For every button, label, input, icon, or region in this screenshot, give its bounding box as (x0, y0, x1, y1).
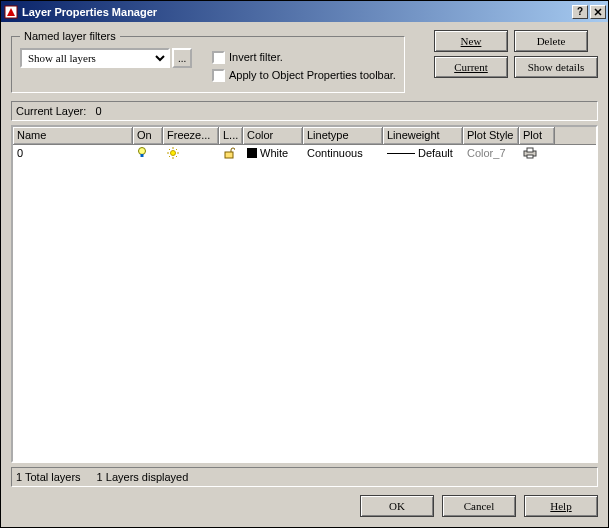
cell-lock[interactable] (219, 147, 243, 159)
cancel-button[interactable]: Cancel (442, 495, 516, 517)
cell-name: 0 (13, 147, 133, 159)
table-row[interactable]: 0 (13, 145, 596, 161)
col-color[interactable]: Color (243, 127, 303, 144)
browse-filters-button[interactable]: ... (172, 48, 192, 68)
apply-toolbar-checkbox[interactable]: Apply to Object Properties toolbar. (212, 66, 396, 84)
col-lineweight[interactable]: Lineweight (383, 127, 463, 144)
checkbox-icon (212, 51, 225, 64)
svg-rect-2 (141, 154, 144, 157)
status-displayed: 1 Layers displayed (97, 471, 189, 483)
cell-freeze[interactable] (163, 147, 219, 159)
cell-lineweight[interactable]: Default (383, 147, 463, 159)
lineweight-sample-icon (387, 153, 415, 154)
grid-header: Name On Freeze... L... Color Linetype Li… (13, 127, 596, 145)
cell-color[interactable]: White (243, 147, 303, 159)
show-details-button[interactable]: Show details (514, 56, 598, 78)
current-layer-status: Current Layer: 0 (11, 101, 598, 121)
invert-filter-checkbox[interactable]: Invert filter. (212, 48, 396, 66)
help-dialog-button[interactable]: Help (524, 495, 598, 517)
col-plotstyle[interactable]: Plot Style (463, 127, 519, 144)
cell-plotstyle: Color_7 (463, 147, 519, 159)
svg-line-11 (169, 156, 170, 157)
layer-properties-window: Layer Properties Manager ? Named layer f… (0, 0, 609, 528)
sun-icon (167, 147, 179, 159)
col-on[interactable]: On (133, 127, 163, 144)
titlebar: Layer Properties Manager ? (1, 1, 608, 22)
window-title: Layer Properties Manager (22, 6, 570, 18)
named-layer-filters-group: Named layer filters Show all layers ... … (11, 30, 405, 93)
bottom-buttons: OK Cancel Help (11, 495, 598, 517)
svg-rect-15 (527, 155, 533, 158)
status-bar: 1 Total layers 1 Layers displayed (11, 467, 598, 487)
col-lock[interactable]: L... (219, 127, 243, 144)
current-layer-value: 0 (95, 105, 101, 117)
svg-rect-14 (527, 148, 533, 152)
color-swatch-icon (247, 148, 257, 158)
svg-point-1 (139, 148, 146, 155)
current-layer-label: Current Layer: (16, 105, 86, 117)
checkbox-icon (212, 69, 225, 82)
svg-line-9 (176, 156, 177, 157)
ok-button[interactable]: OK (360, 495, 434, 517)
cell-lineweight-label: Default (418, 147, 453, 159)
col-plot[interactable]: Plot (519, 127, 555, 144)
new-button[interactable]: New (434, 30, 508, 52)
delete-button[interactable]: Delete (514, 30, 588, 52)
close-button[interactable] (590, 5, 606, 19)
cell-plot[interactable] (519, 147, 555, 159)
layer-filter-combo[interactable]: Show all layers (20, 48, 170, 68)
apply-toolbar-label: Apply to Object Properties toolbar. (229, 69, 396, 81)
svg-point-3 (171, 151, 176, 156)
bulb-on-icon (137, 147, 147, 159)
grid-body[interactable]: 0 (13, 145, 596, 461)
app-icon (4, 5, 18, 19)
invert-filter-label: Invert filter. (229, 51, 283, 63)
col-name[interactable]: Name (13, 127, 133, 144)
svg-rect-12 (225, 152, 233, 158)
svg-line-8 (169, 149, 170, 150)
svg-line-10 (176, 149, 177, 150)
cell-color-name: White (260, 147, 288, 159)
named-layer-filters-legend: Named layer filters (20, 30, 120, 42)
layer-grid: Name On Freeze... L... Color Linetype Li… (11, 125, 598, 463)
col-freeze[interactable]: Freeze... (163, 127, 219, 144)
status-total: 1 Total layers (16, 471, 81, 483)
printer-icon (523, 147, 537, 159)
cell-linetype[interactable]: Continuous (303, 147, 383, 159)
help-button[interactable]: ? (572, 5, 588, 19)
col-linetype[interactable]: Linetype (303, 127, 383, 144)
unlock-icon (223, 147, 235, 159)
current-button[interactable]: Current (434, 56, 508, 78)
client-area: Named layer filters Show all layers ... … (1, 22, 608, 527)
top-right-buttons: New Delete Current Show details (434, 30, 598, 82)
cell-on[interactable] (133, 147, 163, 159)
